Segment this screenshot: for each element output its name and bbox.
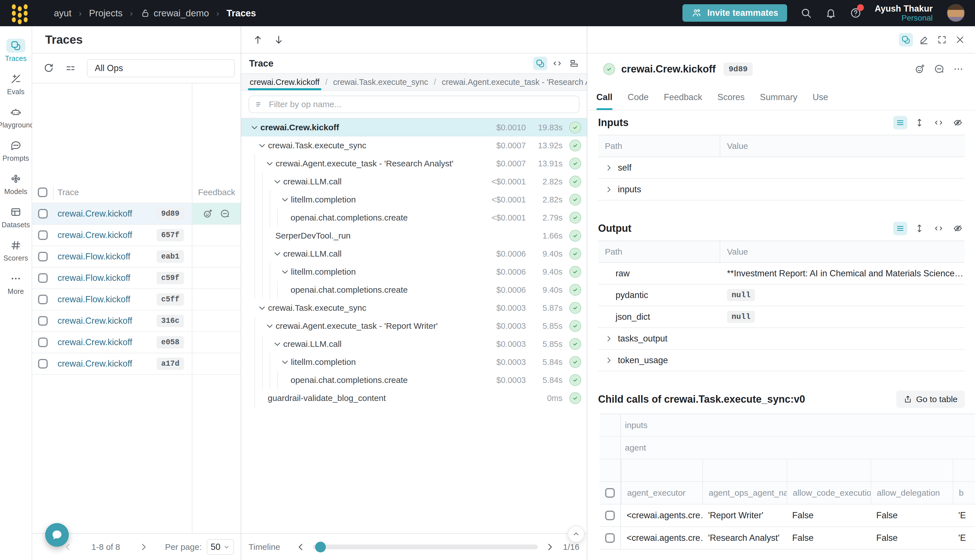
- chevron-right-icon[interactable]: [605, 335, 613, 343]
- tab-summary[interactable]: Summary: [760, 85, 798, 110]
- tab-code[interactable]: Code: [628, 85, 649, 110]
- wandb-logo-icon[interactable]: [12, 4, 28, 22]
- sidebar-item-scorers[interactable]: Scorers: [3, 238, 28, 262]
- column-header-agent_executor[interactable]: agent_executor: [621, 482, 703, 504]
- call-tree-row[interactable]: guardrail-validate_blog_content 0ms: [241, 389, 587, 407]
- trace-name-link[interactable]: crewai.Crew.kickoff: [58, 209, 132, 219]
- list-view-button[interactable]: [893, 222, 907, 235]
- trace-list-row[interactable]: crewai.Crew.kickoff 657f: [32, 225, 240, 246]
- column-header-agent_ops_agent_nan[interactable]: agent_ops_agent_nan: [703, 482, 786, 504]
- row-checkbox[interactable]: [38, 295, 48, 304]
- trace-name-link[interactable]: crewai.Crew.kickoff: [58, 359, 132, 369]
- trace-tab-1[interactable]: crewai.Task.execute_sync: [332, 74, 430, 90]
- row-checkbox[interactable]: [605, 511, 615, 520]
- path-value-row[interactable]: self: [598, 157, 965, 179]
- sidebar-item-models[interactable]: Models: [4, 172, 27, 196]
- call-tree-row[interactable]: openai.chat.completions.create $0.0003 5…: [241, 371, 587, 389]
- timeline-prev-icon[interactable]: [296, 542, 306, 552]
- chevron-down-icon[interactable]: [265, 321, 274, 331]
- trace-name-link[interactable]: crewai.Flow.kickoff: [58, 252, 130, 262]
- call-tree-row[interactable]: openai.chat.completions.create <$0.0001 …: [241, 209, 587, 227]
- chevron-down-icon[interactable]: [280, 195, 290, 205]
- timeline-slider-thumb[interactable]: [315, 542, 326, 552]
- column-header-allow_code_execution[interactable]: allow_code_execution: [786, 482, 871, 504]
- tab-use[interactable]: Use: [813, 85, 828, 110]
- row-checkbox[interactable]: [38, 230, 48, 240]
- trace-tab-0[interactable]: crewai.Crew.kickoff: [248, 74, 321, 90]
- next-page-icon[interactable]: [139, 542, 149, 552]
- call-tree-row[interactable]: crewai.LLM.call $0.0006 9.40s: [241, 245, 587, 263]
- row-checkbox[interactable]: [38, 209, 48, 218]
- json-view-button[interactable]: [932, 116, 946, 130]
- call-tree-row[interactable]: crewai.Agent.execute_task - 'Research An…: [241, 155, 587, 173]
- user-menu[interactable]: Ayush Thakur Personal: [875, 4, 933, 23]
- sidebar-item-more[interactable]: More: [6, 272, 25, 295]
- add-reaction-icon[interactable]: [915, 64, 925, 75]
- breadcrumb-projects[interactable]: Projects: [89, 8, 122, 18]
- call-tree-row[interactable]: openai.chat.completions.create $0.0006 9…: [241, 281, 587, 299]
- chevron-down-icon[interactable]: [265, 159, 274, 168]
- chevron-down-icon[interactable]: [257, 141, 267, 150]
- trace-list-row[interactable]: crewai.Crew.kickoff a17d: [32, 353, 240, 375]
- sidebar-item-traces[interactable]: Traces: [5, 38, 27, 63]
- path-value-row[interactable]: json_dict null: [598, 306, 965, 328]
- call-tree-row[interactable]: SerperDevTool._run 1.66s: [241, 227, 587, 245]
- chevron-down-icon[interactable]: [250, 123, 259, 132]
- hide-values-button[interactable]: [951, 222, 965, 235]
- flame-view-button[interactable]: [567, 57, 581, 70]
- trace-name-link[interactable]: crewai.Crew.kickoff: [58, 316, 132, 326]
- chevron-down-icon[interactable]: [257, 303, 267, 313]
- trace-name-link[interactable]: crewai.Flow.kickoff: [58, 273, 130, 283]
- child-call-row[interactable]: <crewai.agents.cre…'Research Analyst'Fal…: [599, 527, 975, 550]
- trace-list-row[interactable]: crewai.Crew.kickoff 316c: [32, 310, 240, 332]
- invite-teammates-button[interactable]: Invite teammates: [683, 4, 787, 22]
- comment-icon[interactable]: [934, 64, 945, 75]
- next-trace-icon[interactable]: [273, 34, 284, 45]
- trace-list-row[interactable]: crewai.Flow.kickoff eab1: [32, 246, 240, 268]
- row-checkbox[interactable]: [38, 338, 48, 347]
- timeline-slider[interactable]: [313, 545, 538, 549]
- fullscreen-button[interactable]: [935, 33, 949, 47]
- chevron-down-icon[interactable]: [272, 177, 282, 187]
- select-all-checkbox[interactable]: [605, 488, 615, 498]
- select-all-checkbox[interactable]: [38, 188, 47, 197]
- chevron-right-icon[interactable]: [605, 164, 613, 172]
- detail-tree-button[interactable]: [899, 33, 913, 47]
- tab-call[interactable]: Call: [596, 85, 613, 110]
- trace-name-link[interactable]: crewai.Crew.kickoff: [58, 337, 132, 347]
- row-checkbox[interactable]: [38, 252, 48, 262]
- call-tree-row[interactable]: crewai.LLM.call <$0.0001 2.82s: [241, 173, 587, 191]
- call-tree-row[interactable]: crewai.Task.execute_sync $0.0007 13.92s: [241, 137, 587, 155]
- help-icon[interactable]: [850, 7, 861, 19]
- expand-rows-button[interactable]: [912, 116, 927, 130]
- row-checkbox[interactable]: [38, 359, 48, 368]
- close-panel-button[interactable]: [953, 33, 967, 47]
- trace-list-row[interactable]: crewai.Flow.kickoff c5ff: [32, 289, 240, 310]
- chevron-down-icon[interactable]: [280, 267, 290, 277]
- sidebar-item-datasets[interactable]: Datasets: [2, 205, 30, 229]
- breadcrumb-page[interactable]: Traces: [227, 8, 256, 18]
- edit-button[interactable]: [917, 33, 931, 47]
- path-value-row[interactable]: raw **Investment Report: AI in Chemical …: [598, 263, 965, 285]
- trace-list-row[interactable]: crewai.Crew.kickoff 9d89: [32, 203, 240, 225]
- call-tree-row[interactable]: litellm.completion $0.0003 5.84s: [241, 353, 587, 371]
- path-value-row[interactable]: tasks_output: [598, 328, 965, 350]
- path-value-row[interactable]: inputs: [598, 179, 965, 200]
- trace-list-row[interactable]: crewai.Flow.kickoff c59f: [32, 268, 240, 289]
- expand-rows-button[interactable]: [912, 222, 927, 235]
- filter-columns-icon[interactable]: [65, 63, 76, 74]
- op-filter-input[interactable]: [249, 96, 579, 113]
- sidebar-item-playground[interactable]: Playground: [0, 105, 34, 129]
- chevron-right-icon[interactable]: [605, 185, 613, 193]
- call-id-badge[interactable]: 9d89: [724, 63, 753, 76]
- chevron-down-icon[interactable]: [272, 249, 282, 258]
- go-to-table-button[interactable]: Go to table: [896, 390, 965, 408]
- trace-list-row[interactable]: crewai.Crew.kickoff e058: [32, 332, 240, 353]
- chevron-down-icon[interactable]: [272, 339, 282, 349]
- previous-trace-icon[interactable]: [252, 34, 263, 45]
- notifications-bell-icon[interactable]: [825, 7, 837, 19]
- timeline-next-icon[interactable]: [545, 542, 555, 552]
- call-tree-row[interactable]: crewai.Crew.kickoff $0.0010 19.83s: [241, 118, 587, 137]
- refresh-icon[interactable]: [43, 63, 54, 74]
- more-options-icon[interactable]: [953, 64, 964, 75]
